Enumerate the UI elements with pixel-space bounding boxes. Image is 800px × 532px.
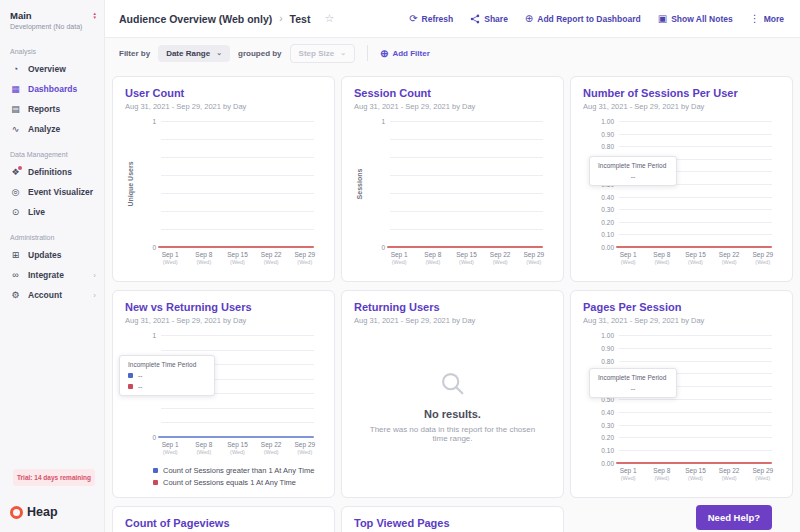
sidebar-item-label: Account xyxy=(28,290,62,300)
report-title[interactable]: Session Count xyxy=(354,87,551,99)
report-card-count-of-pageviews[interactable]: Count of Pageviews xyxy=(112,506,335,532)
sidebar-item-account[interactable]: ⚙ Account › xyxy=(0,285,104,305)
report-title[interactable]: User Count xyxy=(125,87,322,99)
legend-item[interactable]: Count of Sessions greater than 1 At Any … xyxy=(153,466,322,475)
xtick: Sep 29(Wed) xyxy=(295,251,316,265)
add-filter-button[interactable]: ⊕ Add Filter xyxy=(380,48,430,59)
report-title[interactable]: Count of Pageviews xyxy=(125,517,322,529)
breadcrumb-dashboard[interactable]: Audience Overview (Web only) xyxy=(119,13,272,25)
step-size-value: Step Size xyxy=(299,49,335,58)
sidebar-item-overview[interactable]: ◔ Overview xyxy=(0,59,104,79)
show-all-notes-label: Show All Notes xyxy=(671,14,733,24)
legend-color-chip xyxy=(153,468,158,473)
refresh-button[interactable]: ⟳ Refresh xyxy=(409,13,453,24)
tooltip-title: Incomplete Time Period xyxy=(598,162,668,169)
plot-area: 10Sep 1(Wed)Sep 8(Wed)Sep 15(Wed)Sep 22(… xyxy=(390,121,543,247)
sidebar-item-updates[interactable]: ⊞ Updates xyxy=(0,245,104,265)
tooltip-value: -- xyxy=(138,383,142,390)
environment-caret-icon[interactable]: ▲▼ xyxy=(93,12,97,20)
gridline xyxy=(161,121,314,122)
report-date-range: Aug 31, 2021 - Sep 29, 2021 by Day xyxy=(354,102,551,111)
gridline xyxy=(161,139,314,140)
magnifier-icon xyxy=(439,370,467,398)
integrate-icon: ∞ xyxy=(10,270,21,280)
add-report-to-dashboard-button[interactable]: ⊕ Add Report to Dashboard xyxy=(525,13,641,24)
sidebar-item-definitions[interactable]: ❖ Definitions xyxy=(0,162,104,182)
sidebar-item-label: Analyze xyxy=(28,124,60,134)
report-card-top-viewed-pages[interactable]: Top Viewed Pages xyxy=(341,506,564,532)
step-size-dropdown[interactable]: Step Size ⌄ xyxy=(290,44,355,63)
favorite-star-icon[interactable]: ☆ xyxy=(324,12,334,25)
xtick: Sep 22(Wed) xyxy=(719,467,740,481)
report-title[interactable]: New vs Returning Users xyxy=(125,301,322,313)
report-card-user-count[interactable]: User Count Aug 31, 2021 - Sep 29, 2021 b… xyxy=(112,76,335,282)
report-card-pages-per-session[interactable]: Pages Per Session Aug 31, 2021 - Sep 29,… xyxy=(570,290,793,498)
gridline xyxy=(161,229,314,230)
xtick: Sep 1(Wed) xyxy=(620,467,637,481)
plot-area: 10Sep 1(Wed)Sep 8(Wed)Sep 15(Wed)Sep 22(… xyxy=(161,121,314,247)
y-axis-label: Unique Users xyxy=(127,161,134,206)
overview-icon: ◔ xyxy=(10,64,21,74)
report-title[interactable]: Returning Users xyxy=(354,301,551,313)
report-title[interactable]: Pages Per Session xyxy=(583,301,780,313)
xtick: Sep 22(Wed) xyxy=(490,251,511,265)
report-card-returning-users[interactable]: Returning Users Aug 31, 2021 - Sep 29, 2… xyxy=(341,290,564,498)
share-button[interactable]: Share xyxy=(470,14,508,24)
gridline xyxy=(390,175,543,176)
gridline xyxy=(161,350,314,351)
legend-label: Count of Sessions greater than 1 At Any … xyxy=(163,466,314,475)
xtick: Sep 15(Wed) xyxy=(685,251,706,265)
sidebar-item-label: Integrate xyxy=(28,270,64,280)
report-title[interactable]: Number of Sessions Per User xyxy=(583,87,780,99)
refresh-label: Refresh xyxy=(422,14,454,24)
chart-plot: Sessions 10Sep 1(Wed)Sep 8(Wed)Sep 15(We… xyxy=(390,121,543,247)
ytick: 0.40 xyxy=(601,193,619,200)
xtick: Sep 15(Wed) xyxy=(227,441,248,455)
dataline xyxy=(616,462,772,464)
xtick: Sep 22(Wed) xyxy=(719,251,740,265)
chevron-down-icon: ⌄ xyxy=(216,49,222,57)
date-range-dropdown[interactable]: Date Range ⌄ xyxy=(158,45,230,62)
show-all-notes-button[interactable]: ▣ Show All Notes xyxy=(658,13,733,24)
xtick: Sep 29(Wed) xyxy=(753,251,774,265)
heap-logo-icon xyxy=(10,506,23,519)
heap-logo-text: Heap xyxy=(27,505,58,519)
gridline xyxy=(390,157,543,158)
breadcrumb-report[interactable]: Test xyxy=(290,13,311,25)
gridline xyxy=(619,450,772,451)
notes-icon: ▣ xyxy=(658,13,667,24)
sidebar-item-reports[interactable]: ▤ Reports xyxy=(0,99,104,119)
filter-bar: Filter by Date Range ⌄ grouped by Step S… xyxy=(105,38,800,68)
gridline xyxy=(161,211,314,212)
environment-switcher[interactable]: Main Development (No data) ▲▼ xyxy=(0,0,104,36)
event-visualizer-icon: ◎ xyxy=(10,187,21,197)
dataline xyxy=(616,246,772,248)
heap-logo[interactable]: Heap xyxy=(10,505,58,519)
gridline xyxy=(619,197,772,198)
sidebar-item-analyze[interactable]: ∿ Analyze xyxy=(0,119,104,139)
sidebar-item-live[interactable]: ⊙ Live xyxy=(0,202,104,222)
add-circle-icon: ⊕ xyxy=(525,13,533,24)
need-help-button[interactable]: Need Help? xyxy=(696,505,772,530)
legend-item[interactable]: Count of Sessions equals 1 At Any Time xyxy=(153,478,322,487)
gridline xyxy=(161,335,314,336)
sidebar-item-event-visualizer[interactable]: ◎ Event Visualizer xyxy=(0,182,104,202)
sidebar-item-integrate[interactable]: ∞ Integrate › xyxy=(0,265,104,285)
xtick: Sep 8(Wed) xyxy=(653,467,670,481)
more-button[interactable]: ⋮ More xyxy=(750,13,784,24)
report-title[interactable]: Top Viewed Pages xyxy=(354,517,551,529)
plot-area: 1.000.900.800.700.600.500.400.300.200.10… xyxy=(619,335,772,463)
report-date-range: Aug 31, 2021 - Sep 29, 2021 by Day xyxy=(125,102,322,111)
kebab-menu-icon: ⋮ xyxy=(750,13,760,24)
xtick: Sep 29(Wed) xyxy=(524,251,545,265)
report-card-sessions-per-user[interactable]: Number of Sessions Per User Aug 31, 2021… xyxy=(570,76,793,282)
sidebar-item-dashboards[interactable]: ▦ Dashboards xyxy=(0,79,104,99)
gridline xyxy=(390,193,543,194)
ytick: 0.10 xyxy=(601,447,619,454)
legend-color-chip xyxy=(153,480,158,485)
tooltip-series-row: -- xyxy=(128,383,206,390)
chart-plot: 1.000.900.800.700.600.500.400.300.200.10… xyxy=(619,121,772,247)
definitions-icon: ❖ xyxy=(10,167,21,177)
report-card-new-vs-returning[interactable]: New vs Returning Users Aug 31, 2021 - Se… xyxy=(112,290,335,498)
report-card-session-count[interactable]: Session Count Aug 31, 2021 - Sep 29, 202… xyxy=(341,76,564,282)
